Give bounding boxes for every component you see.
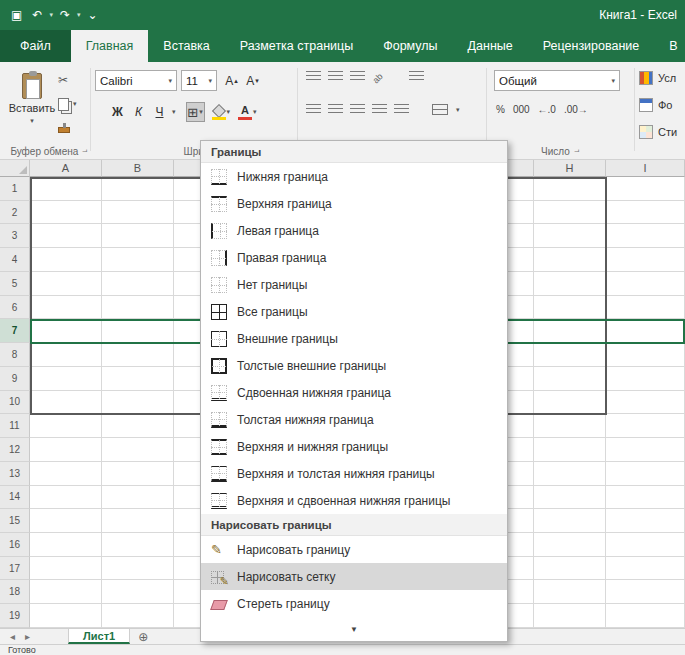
menu-item[interactable]: Верхняя и толстая нижняя границы <box>201 460 507 487</box>
row-header[interactable]: 1 <box>0 177 30 201</box>
menu-item[interactable]: Правая граница <box>201 244 507 271</box>
cell[interactable] <box>102 414 174 438</box>
style-button[interactable]: Сти <box>639 122 677 142</box>
menu-item[interactable]: Нижняя граница <box>201 163 507 190</box>
cell[interactable] <box>30 272 102 296</box>
orientation-icon[interactable]: ab <box>371 68 388 85</box>
row-header[interactable]: 8 <box>0 343 30 367</box>
cell[interactable] <box>606 462 685 486</box>
add-sheet-button[interactable]: ⊕ <box>130 629 156 644</box>
paste-dropdown-icon[interactable]: ▾ <box>30 117 34 125</box>
decrease-font-button[interactable]: А▾ <box>243 71 262 91</box>
row-header[interactable]: 18 <box>0 580 30 604</box>
cell[interactable] <box>102 272 174 296</box>
cell[interactable] <box>606 367 685 391</box>
cell[interactable] <box>534 462 606 486</box>
menu-scroll-down[interactable]: ▼ <box>201 617 507 641</box>
row-header[interactable]: 7 <box>0 319 30 343</box>
align-left-icon[interactable] <box>306 104 321 115</box>
cell[interactable] <box>606 509 685 533</box>
row-header[interactable]: 2 <box>0 201 30 225</box>
ribbon-tab[interactable]: Рецензирование <box>528 30 655 62</box>
menu-item[interactable]: Толстые внешние границы <box>201 352 507 379</box>
cell[interactable] <box>30 462 102 486</box>
row-header[interactable]: 11 <box>0 414 30 438</box>
cell[interactable] <box>534 272 606 296</box>
wrap-text-icon[interactable] <box>409 71 424 82</box>
ribbon-tab[interactable]: Главная <box>71 30 149 62</box>
cell[interactable] <box>30 224 102 248</box>
row-header[interactable]: 14 <box>0 486 30 510</box>
cell[interactable] <box>30 319 102 343</box>
cell[interactable] <box>534 391 606 415</box>
style-button[interactable]: Фо <box>639 95 677 115</box>
comma-style-button[interactable]: 000 <box>513 104 530 115</box>
menu-item[interactable]: Внешние границы <box>201 325 507 352</box>
align-right-icon[interactable] <box>350 104 365 115</box>
cell[interactable] <box>606 414 685 438</box>
row-header[interactable]: 15 <box>0 509 30 533</box>
cell[interactable] <box>534 319 606 343</box>
align-bottom-icon[interactable] <box>350 71 365 82</box>
menu-item[interactable]: Стереть границу <box>201 590 507 617</box>
cell[interactable] <box>102 557 174 581</box>
row-header[interactable]: 10 <box>0 391 30 415</box>
prev-sheet-icon[interactable]: ◂ <box>10 631 15 642</box>
column-header[interactable]: B <box>102 160 174 177</box>
font-size-select[interactable]: 11 ▾ <box>181 70 217 91</box>
cell[interactable] <box>606 248 685 272</box>
row-header[interactable]: 12 <box>0 438 30 462</box>
cell[interactable] <box>606 557 685 581</box>
save-icon[interactable]: ▣ <box>8 8 25 22</box>
row-header[interactable]: 6 <box>0 296 30 320</box>
column-header[interactable]: H <box>534 160 606 177</box>
cell[interactable] <box>606 201 685 225</box>
bold-button[interactable]: Ж <box>108 102 127 122</box>
row-header[interactable]: 17 <box>0 557 30 581</box>
cell[interactable] <box>30 533 102 557</box>
copy-button[interactable]: ▾ <box>58 96 77 112</box>
cell[interactable] <box>102 580 174 604</box>
menu-item[interactable]: Нет границы <box>201 271 507 298</box>
underline-dropdown-icon[interactable]: ▾ <box>172 108 176 116</box>
borders-button[interactable]: ⊞ ▾ <box>186 102 205 122</box>
decrease-decimal-button[interactable]: .00→ <box>564 104 588 115</box>
cell[interactable] <box>102 319 174 343</box>
select-all-corner[interactable] <box>0 160 30 177</box>
number-format-select[interactable]: Общий ▾ <box>494 70 620 91</box>
cell[interactable] <box>534 509 606 533</box>
cell[interactable] <box>30 391 102 415</box>
cell[interactable] <box>102 509 174 533</box>
menu-item[interactable]: Верхняя и нижняя границы <box>201 433 507 460</box>
cell[interactable] <box>534 201 606 225</box>
cell[interactable] <box>534 177 606 201</box>
cell[interactable] <box>606 272 685 296</box>
underline-button[interactable]: Ч <box>150 102 169 122</box>
menu-item[interactable]: Все границы <box>201 298 507 325</box>
cell[interactable] <box>102 296 174 320</box>
cell[interactable] <box>534 533 606 557</box>
row-header[interactable]: 5 <box>0 272 30 296</box>
cell[interactable] <box>102 367 174 391</box>
row-header[interactable]: 4 <box>0 248 30 272</box>
percent-style-button[interactable]: % <box>496 104 505 115</box>
increase-indent-icon[interactable] <box>394 104 409 115</box>
cell[interactable] <box>534 343 606 367</box>
sheet-tab-list1[interactable]: Лист1 <box>68 629 130 644</box>
undo-icon[interactable]: ↶ <box>29 8 45 22</box>
cell[interactable] <box>30 343 102 367</box>
cell[interactable] <box>534 296 606 320</box>
cell[interactable] <box>606 486 685 510</box>
increase-font-button[interactable]: А▴ <box>222 71 241 91</box>
cell[interactable] <box>102 248 174 272</box>
paste-button[interactable]: Вставить ▾ <box>8 70 56 144</box>
cell[interactable] <box>30 580 102 604</box>
customize-qat-icon[interactable]: ⌄ <box>85 8 101 22</box>
cell[interactable] <box>102 486 174 510</box>
cell[interactable] <box>534 224 606 248</box>
cell[interactable] <box>30 201 102 225</box>
row-header[interactable]: 19 <box>0 604 30 628</box>
ribbon-tab[interactable]: Формулы <box>368 30 452 62</box>
menu-item[interactable]: Левая граница <box>201 217 507 244</box>
cell[interactable] <box>606 319 685 343</box>
